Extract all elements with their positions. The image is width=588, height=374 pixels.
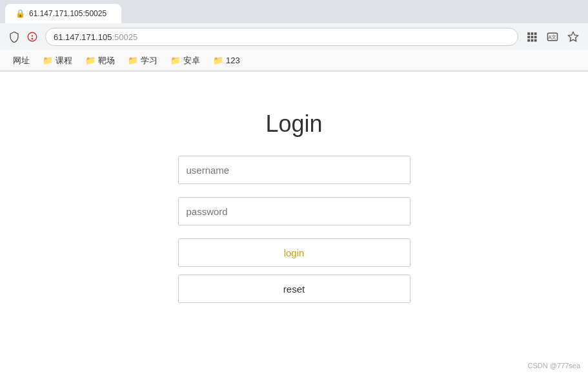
svg-rect-11 — [534, 39, 537, 42]
nav-controls — [8, 30, 39, 43]
bookmark-label: 安卓 — [183, 55, 200, 67]
login-container: Login login reset — [178, 110, 411, 303]
address-bar: 61.147.171.105:50025 — [0, 23, 588, 50]
folder-icon: 📁 — [85, 56, 96, 65]
tab-title: 61.147.171.105:50025 — [29, 9, 106, 18]
bookmark-安卓[interactable]: 📁 安卓 — [165, 54, 205, 68]
browser-action-icons: A文 — [525, 30, 580, 44]
svg-rect-10 — [531, 39, 534, 42]
svg-rect-6 — [527, 36, 530, 39]
svg-point-2 — [32, 38, 33, 39]
bookmark-label: 靶场 — [98, 55, 115, 67]
bookmark-label: 123 — [226, 56, 240, 65]
svg-rect-7 — [531, 36, 534, 39]
tab-favicon: 🔒 — [15, 9, 25, 18]
apps-icon[interactable] — [525, 30, 539, 44]
bookmark-label: 网址 — [13, 55, 30, 67]
folder-icon: 📁 — [128, 56, 138, 65]
login-title: Login — [265, 110, 322, 138]
svg-marker-14 — [569, 32, 578, 41]
password-input[interactable] — [178, 197, 411, 225]
reset-button[interactable]: reset — [178, 275, 411, 303]
translate-icon[interactable]: A文 — [545, 30, 560, 44]
svg-rect-9 — [527, 39, 530, 42]
star-icon[interactable] — [566, 30, 580, 44]
page-content: Login login reset CSDN @777sea — [0, 72, 588, 374]
svg-rect-8 — [534, 36, 537, 39]
url-port: :50025 — [112, 32, 137, 42]
warning-icon[interactable] — [26, 30, 39, 43]
bookmark-课程[interactable]: 📁 课程 — [37, 54, 77, 68]
username-input[interactable] — [178, 156, 411, 184]
bookmark-label: 学习 — [141, 55, 157, 67]
folder-icon: 📁 — [213, 56, 223, 65]
active-tab[interactable]: 🔒 61.147.171.105:50025 — [5, 4, 121, 23]
svg-rect-5 — [534, 32, 537, 35]
bookmark-label: 课程 — [56, 55, 72, 67]
svg-text:A文: A文 — [548, 34, 556, 40]
bookmark-学习[interactable]: 📁 学习 — [123, 54, 163, 68]
security-icon[interactable] — [8, 30, 21, 43]
address-input[interactable]: 61.147.171.105:50025 — [45, 28, 518, 46]
folder-icon: 📁 — [170, 56, 181, 65]
svg-rect-4 — [531, 32, 534, 35]
bookmarks-bar: 网址 📁 课程 📁 靶场 📁 学习 📁 安卓 📁 123 — [0, 50, 588, 71]
bookmark-123[interactable]: 📁 123 — [208, 54, 245, 67]
folder-icon: 📁 — [43, 56, 53, 65]
watermark: CSDN @777sea — [528, 362, 580, 369]
url-host: 61.147.171.105 — [54, 32, 112, 42]
svg-rect-3 — [527, 32, 530, 35]
tab-bar: 🔒 61.147.171.105:50025 — [0, 0, 588, 23]
login-button[interactable]: login — [178, 238, 411, 267]
bookmark-网址[interactable]: 网址 — [8, 54, 35, 68]
bookmark-靶场[interactable]: 📁 靶场 — [80, 54, 120, 68]
browser-chrome: 🔒 61.147.171.105:50025 61.147.171. — [0, 0, 588, 72]
